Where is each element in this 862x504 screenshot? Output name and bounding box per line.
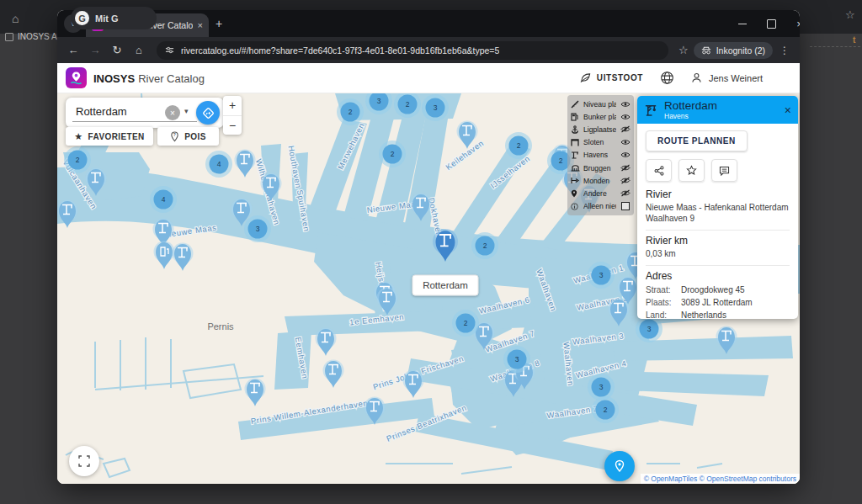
rivier-value-1: Nieuwe Maas - Hafenkanal Rotterdam	[646, 202, 790, 213]
adres-row-label: Straat:	[646, 284, 681, 296]
home-icon[interactable]: ⌂	[130, 44, 148, 56]
tab-close-icon[interactable]: ×	[198, 20, 203, 30]
layer-row-bunker-plaats[interactable]: Bunker plaats	[571, 110, 631, 123]
cluster-count: 4	[217, 160, 221, 168]
cluster-marker[interactable]: 2	[505, 132, 532, 159]
share-button[interactable]	[646, 159, 672, 182]
directions-icon	[202, 107, 215, 119]
zoom-in-button[interactable]: +	[223, 96, 242, 116]
bridge-icon	[571, 164, 580, 172]
map-canvas[interactable]: Nieuwe MaasNieuwe MaasVulcaanhavenMerweh…	[57, 93, 800, 484]
window-maximize-button[interactable]	[756, 10, 786, 37]
user-menu[interactable]: Jens Weinert	[691, 72, 763, 83]
search-clear-icon[interactable]: ×	[165, 105, 180, 120]
detail-action-row	[646, 159, 790, 182]
background-dashed-divider	[810, 46, 860, 47]
bookmark-star-icon[interactable]: ☆	[678, 44, 689, 56]
my-location-fab[interactable]	[604, 451, 635, 481]
cluster-count: 3	[647, 325, 652, 333]
layer-row-ligplaatsen[interactable]: Ligplaatsen	[571, 123, 631, 135]
cluster-marker[interactable]: 3	[636, 316, 662, 342]
eye-icon[interactable]	[620, 139, 631, 146]
map-attribution[interactable]: © OpenMapTiles © OpenStreetMap contribut…	[641, 474, 800, 484]
eye-icon[interactable]	[620, 101, 631, 108]
layer-row-andere[interactable]: Andere	[571, 187, 631, 199]
site-settings-icon[interactable]	[165, 45, 174, 55]
fullscreen-icon	[78, 455, 90, 467]
location-pin-icon	[613, 459, 626, 473]
comment-icon	[719, 166, 730, 176]
cluster-marker[interactable]: 2	[452, 310, 479, 337]
tab-strip: ∨ INOSYS River Catalog × + ×	[57, 10, 800, 37]
language-globe-icon[interactable]	[660, 71, 674, 85]
forward-icon[interactable]: →	[86, 44, 104, 56]
layer-row-niveau-plaats[interactable]: Niveau plaats	[571, 98, 631, 110]
share-icon	[654, 166, 664, 176]
new-tab-button[interactable]: +	[216, 18, 222, 29]
browser-toolbar: ← → ↻ ⌂ rivercatalog.eu/#/home?share=7de…	[57, 37, 800, 63]
cluster-marker[interactable]: 2	[471, 232, 498, 259]
layer-row-alleen-nieuws[interactable]: Alleen nieuws	[571, 200, 631, 213]
cluster-marker[interactable]: 2	[379, 141, 406, 167]
layer-row-sloten[interactable]: Sloten	[571, 136, 631, 149]
layer-label: Ligplaatsen	[583, 125, 616, 134]
eye-off-icon[interactable]	[620, 164, 631, 172]
zoom-out-button[interactable]: −	[223, 116, 242, 135]
layer-checkbox[interactable]	[620, 202, 631, 210]
uitstoot-button[interactable]: UITSTOOT	[579, 72, 643, 83]
app-header: INOSYSRiver Catalog UITSTOOT Jens Weiner…	[57, 63, 800, 93]
search-dropdown-caret-icon[interactable]: ▾	[184, 107, 189, 115]
fuel-icon	[571, 113, 580, 121]
back-icon[interactable]: ←	[64, 44, 82, 56]
favorite-button[interactable]	[678, 159, 705, 182]
anchor-icon	[571, 125, 580, 134]
cluster-marker[interactable]: 3	[244, 215, 271, 242]
layer-row-monden[interactable]: Monden	[571, 174, 631, 187]
cluster-marker[interactable]: 2	[592, 396, 619, 423]
detail-title: Rotterdam	[664, 100, 779, 112]
layer-row-bruggen[interactable]: Bruggen	[571, 162, 631, 174]
detail-subtitle: Havens	[664, 112, 779, 120]
layer-label: Monden	[583, 177, 616, 185]
cluster-marker[interactable]: 3	[588, 262, 615, 289]
browser-menu-icon[interactable]: ⋮	[780, 45, 790, 56]
search-input[interactable]: Rotterdam	[76, 105, 127, 118]
reload-icon[interactable]: ↻	[108, 44, 126, 56]
search-card: Rotterdam × ▾	[66, 98, 224, 128]
cluster-marker[interactable]: 3	[503, 346, 530, 373]
layer-label: Bunker plaats	[583, 113, 616, 121]
eye-off-icon[interactable]	[620, 177, 631, 184]
detail-close-icon[interactable]: ×	[785, 103, 791, 117]
layer-row-havens[interactable]: Havens	[571, 149, 631, 162]
window-close-button[interactable]: ×	[785, 10, 800, 37]
pois-button[interactable]: ? POIS	[157, 127, 219, 146]
star-outline-icon	[686, 165, 697, 176]
incognito-badge[interactable]: Inkognito (2)	[694, 42, 773, 59]
window-minimize-button[interactable]	[727, 10, 758, 37]
comment-button[interactable]	[711, 159, 737, 182]
eye-icon[interactable]	[620, 151, 631, 158]
adres-row: Straat:Droogdokweg 45	[646, 284, 790, 296]
fullscreen-button[interactable]	[69, 446, 99, 476]
cluster-marker[interactable]: 4	[150, 186, 177, 213]
tooltip-text: Rotterdam	[423, 280, 468, 290]
address-bar[interactable]: rivercatalog.eu/#/home?share=7de640c1-97…	[157, 41, 668, 60]
search-route-button[interactable]	[196, 101, 220, 125]
bookmark-folder-icon	[5, 33, 13, 41]
cluster-marker[interactable]: 4	[205, 151, 232, 178]
eye-icon[interactable]	[620, 114, 631, 120]
cluster-count: 3	[256, 225, 260, 233]
route-plan-button[interactable]: ROUTE PLANNEN	[646, 130, 748, 151]
adres-row-value: 3089 JL Rotterdam	[681, 296, 753, 309]
background-home-icon: ⌂	[12, 12, 19, 25]
cluster-marker[interactable]: 2	[64, 146, 91, 173]
background-bookmark-star-icon: ☆	[845, 8, 855, 21]
favorites-button[interactable]: ★ FAVORIETEN	[66, 127, 153, 146]
cluster-marker[interactable]: 3	[588, 374, 615, 401]
cluster-count: 4	[162, 195, 166, 204]
cluster-marker[interactable]: 2	[337, 98, 364, 125]
cluster-marker[interactable]: 3	[422, 94, 449, 121]
eye-off-icon[interactable]	[620, 125, 631, 133]
cluster-count: 2	[391, 150, 395, 158]
eye-off-icon[interactable]	[620, 189, 631, 197]
